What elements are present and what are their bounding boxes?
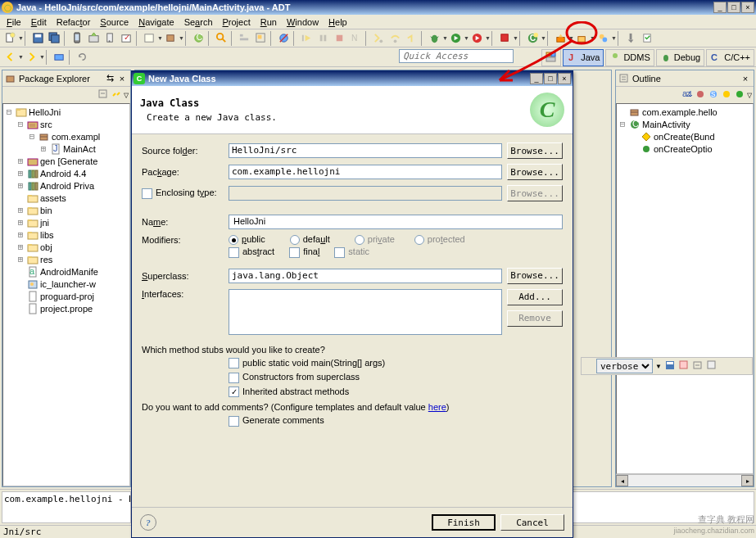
browse-package-button[interactable]: Browse...	[507, 164, 563, 180]
log-level-select[interactable]: verbose	[596, 359, 653, 373]
clear-log-icon[interactable]	[678, 359, 690, 373]
back-icon[interactable]	[2, 50, 17, 65]
toggle-breadcrumb-icon[interactable]	[237, 31, 251, 46]
hide-static-icon[interactable]: s	[708, 88, 719, 102]
lint-icon[interactable]: ✓	[119, 31, 134, 46]
menu-project[interactable]: Project	[220, 16, 254, 28]
hide-fields-icon[interactable]	[695, 88, 706, 102]
enclosing-check[interactable]	[142, 188, 152, 199]
tree-item[interactable]: ⊞obj	[3, 241, 129, 253]
sort-icon[interactable]: az	[681, 88, 693, 102]
run-icon[interactable]	[448, 31, 463, 46]
menu-search[interactable]: Search	[181, 16, 216, 28]
step-over-icon[interactable]	[387, 31, 402, 46]
outline-menu-icon[interactable]: ▽	[747, 92, 752, 99]
tree-item[interactable]: ⊟com.exampl	[3, 130, 129, 142]
mod-public-radio[interactable]: public	[229, 234, 265, 245]
source-folder-input[interactable]: HelloJni/src	[229, 143, 502, 158]
outline-close-icon[interactable]: ×	[740, 73, 751, 84]
tree-item[interactable]: ⊞res	[3, 253, 129, 265]
view-close-icon[interactable]: ×	[116, 73, 128, 84]
scrollbar-track[interactable]	[628, 475, 741, 486]
perspective-java[interactable]: JJava	[563, 49, 604, 66]
avd-manager-icon[interactable]	[102, 31, 117, 46]
minimize-button[interactable]: _	[713, 2, 727, 13]
generate-comments-check[interactable]: Generate comments	[229, 415, 563, 427]
ext-tools-icon[interactable]	[497, 31, 512, 46]
tree-item[interactable]: proguard-proj	[3, 290, 129, 302]
quick-access-input[interactable]	[399, 49, 514, 63]
close-button[interactable]: ×	[741, 2, 754, 13]
tree-item[interactable]: ⊞Android 4.4	[3, 167, 129, 179]
collapse-all-icon[interactable]	[97, 88, 109, 102]
open-perspective-button[interactable]	[541, 49, 561, 66]
run-last-icon[interactable]	[469, 31, 484, 46]
perspective-ddms[interactable]: DDMS	[605, 49, 654, 66]
sdk-manager-icon[interactable]	[86, 31, 101, 46]
suspend-icon[interactable]	[315, 31, 330, 46]
menu-edit[interactable]: Edit	[28, 16, 50, 28]
open-type-icon[interactable]: C	[191, 31, 206, 46]
tree-item[interactable]: ic_launcher-w	[3, 278, 129, 290]
tree-item[interactable]: aAndroidManife	[3, 265, 129, 278]
tree-item[interactable]: ⊟HelloJni	[3, 106, 129, 118]
dialog-close-icon[interactable]: ×	[558, 73, 571, 84]
perspective-debug[interactable]: Debug	[656, 49, 704, 66]
ndk-icon[interactable]	[52, 50, 66, 65]
add-interface-button[interactable]: Add...	[507, 289, 563, 305]
package-input[interactable]: com.example.hellojni	[229, 165, 502, 179]
forward-icon[interactable]	[24, 50, 38, 65]
tree-item[interactable]: assets	[3, 192, 129, 204]
team-icon[interactable]	[595, 31, 610, 46]
name-input[interactable]: HelloJni	[229, 215, 563, 229]
stub-constructors-check[interactable]: Constructors from superclass	[229, 372, 563, 383]
tree-item[interactable]: ⊟CMainActivity	[617, 118, 753, 130]
tree-item[interactable]: onCreateOptio	[617, 142, 753, 155]
menu-help[interactable]: Help	[325, 16, 351, 28]
cancel-button[interactable]: Cancel	[500, 514, 564, 531]
menu-navigate[interactable]: Navigate	[135, 16, 177, 28]
help-icon[interactable]: ?	[140, 514, 156, 531]
superclass-input[interactable]: java.lang.Object	[229, 269, 502, 283]
hide-nonpublic-icon[interactable]	[721, 88, 732, 102]
disconnect-icon[interactable]: N	[348, 31, 363, 46]
build-icon[interactable]	[553, 31, 568, 46]
new-class-icon[interactable]: C	[525, 31, 540, 46]
finish-button[interactable]: Finish	[432, 514, 496, 531]
display-view-icon[interactable]	[706, 359, 718, 373]
browse-superclass-button[interactable]: Browse...	[507, 268, 563, 284]
menu-window[interactable]: Window	[283, 16, 322, 28]
task-icon[interactable]	[640, 31, 654, 46]
menu-run[interactable]: Run	[257, 16, 280, 28]
console-menu-icon[interactable]: ▼	[655, 363, 662, 370]
terminate-icon[interactable]	[332, 31, 346, 46]
step-return-icon[interactable]	[404, 31, 419, 46]
link-icon[interactable]	[111, 88, 122, 102]
tree-item[interactable]: project.prope	[3, 302, 129, 314]
toggle-mark-icon[interactable]	[253, 31, 268, 46]
dialog-min-icon[interactable]: _	[530, 73, 543, 84]
browse-source-button[interactable]: Browse...	[507, 142, 563, 159]
tree-item[interactable]: ⊞bin	[3, 204, 129, 216]
menu-file[interactable]: File	[3, 16, 25, 28]
package-tree[interactable]: ⊟HelloJni⊟src⊟com.exampl⊞JMainAct⊞gen [G…	[2, 103, 130, 486]
outline-tree[interactable]: com.example.hello⊟CMainActivityonCreate(…	[616, 103, 754, 474]
new-package-icon[interactable]	[163, 31, 178, 46]
view-menu-icon[interactable]: ▽	[124, 92, 129, 99]
mod-abstract-check[interactable]: abstract	[229, 246, 274, 258]
tree-item[interactable]: ⊞JMainAct	[3, 142, 129, 155]
tree-item[interactable]: ⊞Android Priva	[3, 179, 129, 192]
search-icon[interactable]	[214, 31, 229, 46]
step-into-icon[interactable]	[371, 31, 386, 46]
pkg-linkeditor-icon[interactable]: ⇆	[106, 73, 114, 84]
maximize-button[interactable]: □	[727, 2, 740, 13]
menu-source[interactable]: Source	[97, 16, 132, 28]
scroll-right-icon[interactable]: ▸	[741, 475, 754, 486]
save-icon[interactable]	[30, 31, 45, 46]
pin-icon[interactable]	[623, 31, 638, 46]
refresh-icon[interactable]	[75, 50, 89, 65]
new-icon[interactable]	[2, 31, 17, 46]
save-all-icon[interactable]	[47, 31, 61, 46]
phone-icon[interactable]	[70, 31, 84, 46]
tree-item[interactable]: ⊞jni	[3, 216, 129, 228]
